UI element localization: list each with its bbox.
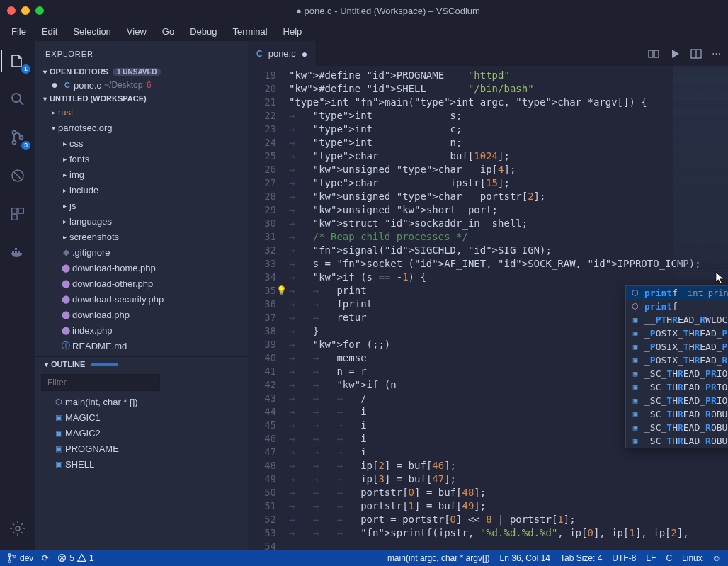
status-problems[interactable]: 5 1 — [57, 553, 93, 563]
status-position[interactable]: Ln 36, Col 14 — [500, 553, 550, 563]
file-label: .gitignore — [72, 247, 248, 258]
folder-parrotsec[interactable]: ▾ parrotsec.org — [35, 120, 248, 135]
minimize-window-button[interactable] — [21, 6, 30, 15]
variable-icon: ▣ — [630, 315, 640, 325]
folder-languages[interactable]: ▸languages — [35, 213, 248, 229]
outline-filter-input[interactable] — [41, 374, 160, 391]
folder-fonts[interactable]: ▸fonts — [35, 151, 248, 166]
activity-docker[interactable] — [1, 238, 35, 266]
activity-debug[interactable] — [1, 162, 35, 190]
file-download-php[interactable]: ⬤download.php — [35, 307, 248, 322]
folder-js[interactable]: ▸js — [35, 198, 248, 213]
file-label: download-security.php — [72, 294, 248, 305]
folder-img[interactable]: ▸img — [35, 166, 248, 182]
sidebar: EXPLORER ▾ OPEN EDITORS 1 UNSAVED ● C po… — [35, 41, 248, 550]
variable-icon: ▣ — [630, 342, 640, 352]
folder-rust[interactable]: ▸ rust — [35, 104, 248, 120]
status-eol[interactable]: LF — [646, 553, 656, 563]
suggest-item[interactable]: ▣_SC_THREAD_ROBUST_PRIO_INHERIT — [626, 421, 728, 434]
svg-point-17 — [8, 560, 11, 562]
open-editor-item[interactable]: ● C pone.c ~/Desktop 6 — [35, 77, 248, 93]
suggest-item[interactable]: ▣_SC_THREAD_ROBUST_PRIO_INHERIT — [626, 407, 728, 421]
php-file-icon: ⬤ — [59, 310, 72, 319]
suggest-item[interactable]: ▣_POSIX_THREAD_PRIO_INHERIT — [626, 340, 728, 353]
status-sync[interactable]: ⟳ — [42, 553, 49, 563]
menu-selection[interactable]: Selection — [66, 23, 118, 40]
file-label: download.php — [72, 310, 248, 320]
git-branch-icon — [7, 553, 17, 563]
tab-bar: C pone.c ● ⋯ — [248, 41, 728, 66]
suggest-item[interactable]: ▣_POSIX_THREAD_ROBUST_PRIO_INHERIT — [626, 353, 728, 367]
open-editor-filename: pone.c — [74, 80, 101, 91]
file-index-php[interactable]: ⬤index.php — [35, 322, 248, 338]
menu-file[interactable]: File — [4, 23, 33, 40]
file-download-security-php[interactable]: ⬤download-security.php — [35, 291, 248, 307]
folder-css[interactable]: ▸css — [35, 135, 248, 151]
activity-settings[interactable] — [1, 514, 35, 543]
folder-screenshots[interactable]: ▸screenshots — [35, 229, 248, 244]
suggest-item[interactable]: ▣__PTHREAD_RWLOCK_INT_FLAGS_SHARED — [626, 313, 728, 327]
variable-icon: ▣ — [630, 329, 640, 339]
suggest-item[interactable]: ⬡printfint printf(const char *__restrict… — [626, 286, 728, 300]
status-language[interactable]: C — [666, 553, 672, 563]
file-download-home-php[interactable]: ⬤download-home.php — [35, 260, 248, 276]
menu-terminal[interactable]: Terminal — [225, 23, 274, 40]
open-editors-header[interactable]: ▾ OPEN EDITORS 1 UNSAVED — [35, 66, 248, 77]
folder-include[interactable]: ▸include — [35, 182, 248, 198]
activity-search[interactable] — [1, 85, 35, 113]
outline-item[interactable]: ⬡main(int, char * []) — [35, 394, 248, 409]
gear-icon — [9, 520, 26, 537]
status-tabsize[interactable]: Tab Size: 4 — [560, 553, 602, 563]
suggest-item[interactable]: ⬡printf — [626, 300, 728, 313]
compare-icon[interactable] — [648, 48, 659, 60]
maximize-window-button[interactable] — [35, 6, 44, 15]
outline-item[interactable]: ▣PROGNAME — [35, 441, 248, 456]
menu-view[interactable]: View — [120, 23, 154, 40]
outline-item[interactable]: ▣MAGIC1 — [35, 409, 248, 425]
activity-extensions[interactable] — [1, 200, 35, 228]
chevron-down-icon: ▾ — [40, 95, 50, 103]
suggest-item[interactable]: ▣_SC_THREAD_PRIO_INHERIT — [626, 380, 728, 394]
status-encoding[interactable]: UTF-8 — [612, 553, 636, 563]
svg-point-2 — [13, 141, 16, 145]
editor-area: C pone.c ● ⋯ 192021222324252627282930313… — [248, 41, 728, 550]
bug-icon — [9, 167, 26, 184]
chevron-down-icon: ▾ — [41, 361, 51, 368]
run-icon[interactable] — [669, 48, 681, 60]
activity-scm[interactable]: 3 — [1, 123, 35, 152]
lightbulb-icon[interactable]: 💡 — [276, 284, 287, 298]
workspace-header[interactable]: ▾ UNTITLED (WORKSPACE) — [35, 93, 248, 104]
more-icon[interactable]: ⋯ — [712, 48, 721, 60]
outline-item-label: main(int, char * []) — [65, 397, 138, 407]
suggest-widget[interactable]: ⬡printfint printf(const char *__restrict… — [625, 285, 728, 448]
suggest-item[interactable]: ▣_POSIX_THREAD_PRIO_INHERIT — [626, 327, 728, 340]
menu-edit[interactable]: Edit — [35, 23, 64, 40]
outline-item[interactable]: ▣MAGIC2 — [35, 425, 248, 441]
file-label: download-other.php — [72, 278, 248, 289]
status-branch[interactable]: dev — [7, 553, 33, 563]
status-errors-count: 5 — [69, 553, 74, 563]
file-label: index.php — [72, 325, 248, 336]
folder-label: rust — [58, 107, 74, 118]
suggest-item[interactable]: ▣_SC_THREAD_PRIO_INHERIT — [626, 394, 728, 407]
menu-go[interactable]: Go — [155, 23, 181, 40]
file--gitignore[interactable]: ◆.gitignore — [35, 244, 248, 260]
file-download-other-php[interactable]: ⬤download-other.php — [35, 276, 248, 291]
status-context[interactable]: main(int argc, char * argv[]) — [387, 553, 490, 563]
outline-header[interactable]: ▾ OUTLINE — [35, 357, 248, 371]
status-os[interactable]: Linux — [682, 553, 703, 563]
split-editor-icon[interactable] — [690, 48, 702, 60]
menu-help[interactable]: Help — [276, 23, 309, 40]
chevron-down-icon: ▾ — [48, 124, 58, 132]
file-README-md[interactable]: ⓘREADME.md — [35, 338, 248, 353]
outline-item[interactable]: ▣SHELL — [35, 456, 248, 472]
menu-debug[interactable]: Debug — [183, 23, 224, 40]
suggest-item[interactable]: ▣_SC_THREAD_PRIO_INHERIT — [626, 367, 728, 380]
status-feedback[interactable]: ☺ — [712, 553, 721, 563]
folder-label: css — [69, 138, 248, 149]
suggest-item[interactable]: ▣_SC_THREAD_ROBUST_PRIO_INHERIT — [626, 434, 728, 448]
folder-label: screenshots — [69, 232, 248, 242]
activity-explorer[interactable]: 1 — [1, 47, 35, 75]
close-window-button[interactable] — [7, 6, 16, 15]
tab-pone-c[interactable]: C pone.c ● — [248, 41, 317, 66]
